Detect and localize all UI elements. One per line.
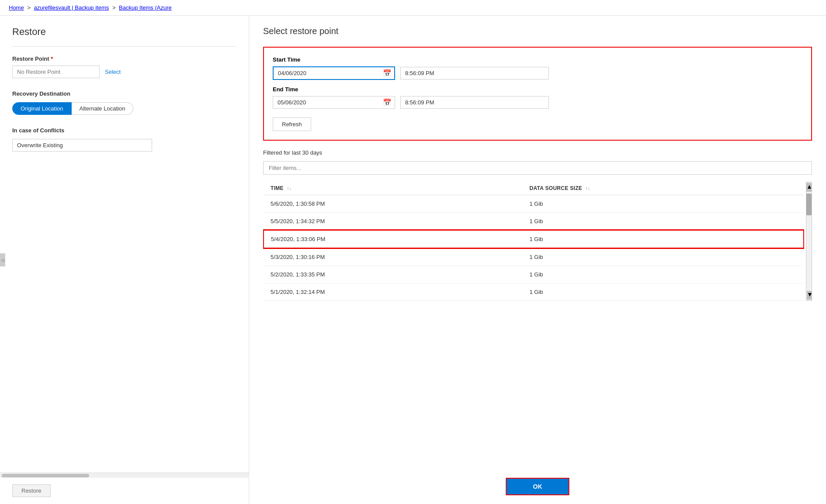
cell-size: 1 Gib — [523, 283, 804, 301]
page-title: Restore — [12, 26, 236, 38]
select-link[interactable]: Select — [105, 69, 121, 75]
cell-time: 5/6/2020, 1:30:58 PM — [264, 195, 523, 213]
vertical-scrollbar[interactable]: ▲ ▼ — [806, 182, 812, 301]
start-date-wrapper: 📅 — [273, 66, 395, 80]
start-time-input[interactable] — [400, 67, 549, 79]
required-star: * — [51, 55, 53, 62]
breadcrumb-sep1: > — [27, 4, 32, 11]
cell-size: 1 Gib — [523, 213, 804, 231]
col-time-header[interactable]: Time ↑↓ — [264, 182, 523, 195]
refresh-button[interactable]: Refresh — [273, 117, 311, 131]
end-calendar-icon[interactable]: 📅 — [383, 98, 392, 107]
cell-size: 1 Gib — [523, 266, 804, 283]
restore-point-section: Restore Point * Select — [12, 55, 236, 78]
cell-time: 5/4/2020, 1:33:06 PM — [264, 230, 523, 248]
table-row[interactable]: 5/6/2020, 1:30:58 PM1 Gib — [264, 195, 804, 213]
original-location-btn[interactable]: Original Location — [12, 102, 72, 115]
breadcrumb-home[interactable]: Home — [9, 4, 24, 11]
end-date-input[interactable] — [273, 96, 395, 109]
ok-button[interactable]: OK — [506, 478, 569, 495]
breadcrumb-items[interactable]: Backup Items (Azure — [119, 4, 172, 11]
end-time-input[interactable] — [400, 96, 549, 109]
restore-point-input[interactable] — [12, 66, 100, 78]
panel-title: Select restore point — [263, 26, 812, 36]
table-row[interactable]: 5/1/2020, 1:32:14 PM1 Gib — [264, 283, 804, 301]
recovery-destination-section: Recovery Destination Original Location A… — [12, 90, 236, 115]
table-body: 5/6/2020, 1:30:58 PM1 Gib5/5/2020, 1:34:… — [264, 195, 804, 301]
breadcrumb: Home > azurefilesvault | Backup items > … — [0, 0, 826, 16]
restore-button[interactable]: Restore — [12, 484, 51, 497]
table-row[interactable]: 5/3/2020, 1:30:16 PM1 Gib — [264, 248, 804, 266]
cell-time: 5/3/2020, 1:30:16 PM — [264, 248, 523, 266]
left-panel: Restore Restore Point * Select Recovery … — [0, 16, 249, 504]
restore-point-label: Restore Point * — [12, 55, 236, 62]
left-edge-arrow[interactable]: ◁ — [0, 253, 5, 266]
cell-time: 5/1/2020, 1:32:14 PM — [264, 283, 523, 301]
scrollbar-thumb-v — [806, 193, 812, 215]
end-time-row-label: End Time — [273, 86, 802, 93]
horizontal-scrollbar[interactable] — [0, 473, 249, 478]
cell-size: 1 Gib — [523, 230, 804, 248]
breadcrumb-vault[interactable]: azurefilesvault | Backup items — [34, 4, 109, 11]
scrollbar-arrow-down[interactable]: ▼ — [807, 291, 812, 300]
end-time-row: 📅 — [273, 96, 802, 109]
cell-size: 1 Gib — [523, 195, 804, 213]
start-time-row: 📅 — [273, 66, 802, 80]
alternate-location-btn[interactable]: Alternate Location — [72, 102, 134, 115]
divider — [12, 46, 236, 47]
right-panel: Select restore point Start Time 📅 End Ti… — [249, 16, 826, 504]
size-sort-icon[interactable]: ↑↓ — [586, 186, 590, 191]
start-time-row-label: Start Time — [273, 56, 802, 63]
cell-time: 5/2/2020, 1:33:35 PM — [264, 266, 523, 283]
restore-point-field: Select — [12, 66, 236, 78]
restore-button-area: Restore — [12, 484, 51, 497]
filter-input[interactable] — [263, 161, 812, 175]
ok-button-area: OK — [506, 478, 569, 495]
table-row[interactable]: 5/2/2020, 1:33:35 PM1 Gib — [264, 266, 804, 283]
table-header-row: Time ↑↓ DATA SOURCE SIZE ↑↓ — [264, 182, 804, 195]
conflicts-section: In case of Conflicts — [12, 127, 236, 152]
cell-size: 1 Gib — [523, 248, 804, 266]
conflicts-label: In case of Conflicts — [12, 127, 236, 134]
main-area: Restore Restore Point * Select Recovery … — [0, 16, 826, 504]
scrollbar-arrow-up[interactable]: ▲ — [806, 183, 812, 192]
table-container: Time ↑↓ DATA SOURCE SIZE ↑↓ 5/6/2020, 1:… — [263, 182, 804, 301]
conflicts-input[interactable] — [12, 139, 152, 152]
breadcrumb-sep2: > — [112, 4, 117, 11]
table-row[interactable]: 5/4/2020, 1:33:06 PM1 Gib — [264, 230, 804, 248]
restore-table: Time ↑↓ DATA SOURCE SIZE ↑↓ 5/6/2020, 1:… — [263, 182, 804, 301]
end-date-wrapper: 📅 — [273, 96, 395, 109]
filter-info: Filtered for last 30 days — [263, 149, 812, 156]
table-area: Time ↑↓ DATA SOURCE SIZE ↑↓ 5/6/2020, 1:… — [263, 182, 812, 301]
date-filter-box: Start Time 📅 End Time 📅 Refresh — [263, 47, 812, 141]
col-size-header[interactable]: DATA SOURCE SIZE ↑↓ — [523, 182, 804, 195]
destination-toggle: Original Location Alternate Location — [12, 102, 236, 115]
time-sort-icon[interactable]: ↑↓ — [287, 186, 292, 191]
cell-time: 5/5/2020, 1:34:32 PM — [264, 213, 523, 231]
start-date-input[interactable] — [273, 66, 395, 80]
table-row[interactable]: 5/5/2020, 1:34:32 PM1 Gib — [264, 213, 804, 231]
scrollbar-thumb — [2, 474, 89, 477]
start-calendar-icon[interactable]: 📅 — [383, 69, 392, 77]
recovery-destination-label: Recovery Destination — [12, 90, 236, 97]
